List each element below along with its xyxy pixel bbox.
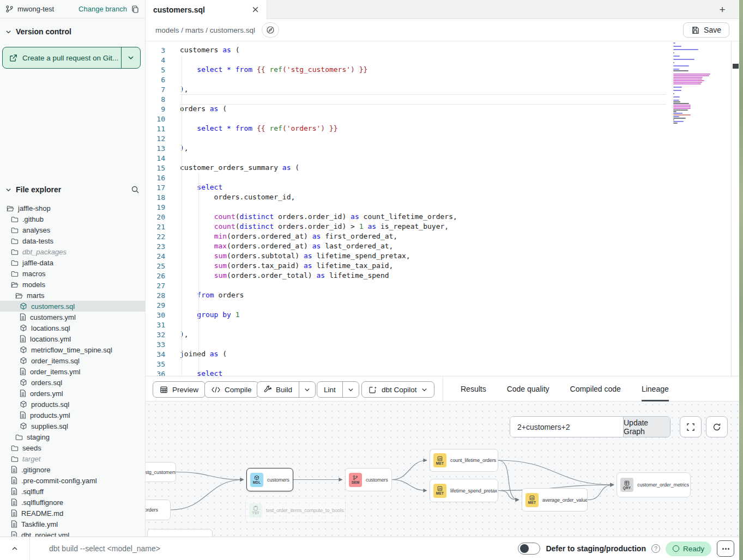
tree-item-products-yml[interactable]: products.yml bbox=[0, 410, 145, 421]
tree-item--pre-commit-config-yaml[interactable]: .pre-commit-config.yaml bbox=[0, 475, 145, 486]
tree-item--sqlfluffignore[interactable]: .sqlfluffignore bbox=[0, 497, 145, 508]
line-number: 21 bbox=[146, 222, 165, 232]
command-input[interactable]: dbt build --select <model_name> bbox=[49, 544, 160, 553]
lineage-canvas[interactable]: MDLstg_customersMDLordersMDLcustomersTST… bbox=[146, 401, 739, 537]
line-number: 32 bbox=[146, 330, 165, 340]
code-line-34[interactable]: joined as ( bbox=[180, 350, 227, 360]
tree-item-readme-md[interactable]: README.md bbox=[0, 508, 145, 519]
lint-button[interactable]: Lint bbox=[317, 381, 359, 398]
save-button[interactable]: Save bbox=[683, 22, 729, 38]
tree-item-metricflow-time-spine-sql[interactable]: metricflow_time_spine.sql bbox=[0, 344, 145, 355]
scrollbar-thumb[interactable] bbox=[733, 64, 739, 69]
tree-item-order-items-yml[interactable]: order_items.yml bbox=[0, 366, 145, 377]
tree-item-locations-sql[interactable]: locations.sql bbox=[0, 322, 145, 333]
code-line-28[interactable]: from orders bbox=[180, 291, 244, 301]
code-line-24[interactable]: sum(orders.subtotal) as lifetime_spend_p… bbox=[180, 252, 410, 261]
tree-item-orders-yml[interactable]: orders.yml bbox=[0, 388, 145, 399]
tree-item-data-tests[interactable]: data-tests bbox=[0, 235, 145, 246]
code-line-3[interactable]: customers as ( bbox=[180, 46, 240, 56]
tree-item-analyses[interactable]: analyses bbox=[0, 224, 145, 235]
lineage-node-test_node[interactable]: TSTtest_order_items_compute_to_bools... bbox=[245, 498, 346, 522]
tree-item-jaffle-shop[interactable]: jaffle-shop bbox=[0, 203, 145, 214]
lint-dropdown-caret[interactable] bbox=[343, 382, 359, 397]
lineage-selector-input[interactable] bbox=[510, 417, 623, 437]
close-icon[interactable] bbox=[252, 6, 259, 13]
lineage-node-count_lifetime_orders[interactable]: METcount_lifetime_orders bbox=[430, 449, 498, 472]
lineage-node-customer_order_metrics[interactable]: QRYcustomer_order_metrics bbox=[617, 472, 691, 497]
editor-scrollbar[interactable] bbox=[731, 41, 739, 376]
tree-item-order-items-sql[interactable]: order_items.sql bbox=[0, 355, 145, 366]
lineage-node-customers_mdl[interactable]: MDLcustomers bbox=[246, 468, 293, 491]
update-graph-button[interactable]: Update Graph bbox=[623, 417, 670, 437]
tree-item--gitignore[interactable]: .gitignore bbox=[0, 464, 145, 475]
create-pr-button[interactable]: Create a pull request on Git... bbox=[2, 47, 141, 69]
change-branch-link[interactable]: Change branch bbox=[78, 5, 127, 13]
file-explorer-header[interactable]: File explorer bbox=[0, 183, 145, 196]
compass-icon[interactable] bbox=[262, 22, 279, 38]
code-line-18[interactable]: orders.customer_id, bbox=[180, 193, 295, 203]
code-line-36[interactable]: select bbox=[180, 369, 222, 376]
build-button[interactable]: Build bbox=[257, 381, 316, 398]
version-control-header[interactable]: Version control bbox=[0, 24, 145, 39]
code-line-5[interactable]: select * from {{ ref('stg_customers') }} bbox=[180, 65, 367, 75]
help-icon[interactable]: ? bbox=[651, 544, 660, 553]
code-line-25[interactable]: sum(orders.tax_paid) as lifetime_tax_pai… bbox=[180, 261, 393, 271]
lineage-node-average_order_value[interactable]: METaverage_order_value bbox=[522, 488, 588, 512]
code-line-23[interactable]: max(orders.ordered_at) as last_ordered_a… bbox=[180, 242, 393, 252]
pr-dropdown-caret[interactable] bbox=[122, 47, 140, 68]
code-line-21[interactable]: count(distinct orders.order_id) > 1 as i… bbox=[180, 222, 449, 232]
tree-item-locations-yml[interactable]: locations.yml bbox=[0, 333, 145, 344]
defer-toggle[interactable] bbox=[518, 543, 540, 555]
tree-item-customers-yml[interactable]: customers.yml bbox=[0, 312, 145, 322]
tree-item-seeds[interactable]: seeds bbox=[0, 442, 145, 453]
tree-item--sqlfluff[interactable]: .sqlfluff bbox=[0, 486, 145, 497]
compile-button[interactable]: Compile bbox=[204, 381, 259, 398]
code-line-9[interactable]: orders as ( bbox=[180, 105, 227, 114]
lineage-node-partial_node[interactable] bbox=[147, 529, 213, 537]
code-line-26[interactable]: sum(orders.order_total) as lifetime_spen… bbox=[180, 271, 389, 281]
tab-code-quality[interactable]: Code quality bbox=[507, 376, 549, 401]
tree-item-orders-sql[interactable]: orders.sql bbox=[0, 377, 145, 388]
lineage-node-lifetime_spend_pretax[interactable]: METlifetime_spend_pretax bbox=[430, 479, 498, 502]
tree-item-products-sql[interactable]: products.sql bbox=[0, 399, 145, 410]
tree-item-customers-sql[interactable]: customers.sql bbox=[0, 301, 145, 312]
copy-icon[interactable] bbox=[131, 5, 140, 14]
code-editor[interactable]: 3456789101112131415161718192021222324252… bbox=[146, 41, 739, 376]
tab-results[interactable]: Results bbox=[461, 376, 486, 401]
current-line-highlight bbox=[180, 94, 666, 105]
tree-item-taskfile-yml[interactable]: Taskfile.yml bbox=[0, 519, 145, 529]
tree-item-marts[interactable]: marts bbox=[0, 290, 145, 301]
code-line-30[interactable]: group by 1 bbox=[180, 311, 240, 320]
tree-item-dbt-project-yml[interactable]: dbt_project.yml bbox=[0, 529, 145, 537]
dbt-copilot-button[interactable]: dbt Copilot bbox=[361, 381, 434, 398]
preview-button[interactable]: Preview bbox=[153, 381, 206, 398]
new-tab-button[interactable]: + bbox=[715, 3, 729, 17]
tree-item-staging[interactable]: staging bbox=[0, 431, 145, 442]
code-line-20[interactable]: count(distinct orders.order_id) as count… bbox=[180, 212, 457, 222]
lineage-node-customers_sem[interactable]: SEMcustomers bbox=[345, 468, 392, 491]
tree-item-target[interactable]: target bbox=[0, 453, 145, 464]
build-dropdown-caret[interactable] bbox=[299, 382, 315, 397]
more-options-button[interactable] bbox=[717, 540, 734, 557]
refresh-button[interactable] bbox=[706, 416, 728, 437]
collapse-panel-button[interactable] bbox=[0, 537, 30, 560]
met-badge: MET bbox=[525, 493, 539, 507]
tree-item-jaffle-data[interactable]: jaffle-data bbox=[0, 257, 145, 268]
tree-item-supplies-sql[interactable]: supplies.sql bbox=[0, 421, 145, 431]
code-line-11[interactable]: select * from {{ ref('orders') }} bbox=[180, 124, 338, 134]
minimap[interactable] bbox=[672, 41, 715, 107]
tree-item-macros[interactable]: macros bbox=[0, 268, 145, 279]
code-line-15[interactable]: customer_orders_summary as ( bbox=[180, 163, 299, 173]
code-line-22[interactable]: min(orders.ordered_at) as first_ordered_… bbox=[180, 232, 397, 242]
tree-item-models[interactable]: models bbox=[0, 279, 145, 290]
lineage-node-orders[interactable]: MDLorders bbox=[146, 500, 171, 520]
tab-lineage[interactable]: Lineage bbox=[642, 376, 669, 401]
tree-item--github[interactable]: .github bbox=[0, 214, 145, 224]
lineage-node-stg_customers[interactable]: MDLstg_customers bbox=[146, 462, 176, 482]
code-line-17[interactable]: select bbox=[180, 183, 222, 193]
tab-compiled-code[interactable]: Compiled code bbox=[570, 376, 621, 401]
tree-item-dbt-packages[interactable]: dbt_packages bbox=[0, 246, 145, 257]
fullscreen-button[interactable] bbox=[680, 416, 702, 437]
search-icon[interactable] bbox=[131, 185, 140, 194]
tab-customers-sql[interactable]: customers.sql bbox=[146, 0, 267, 19]
